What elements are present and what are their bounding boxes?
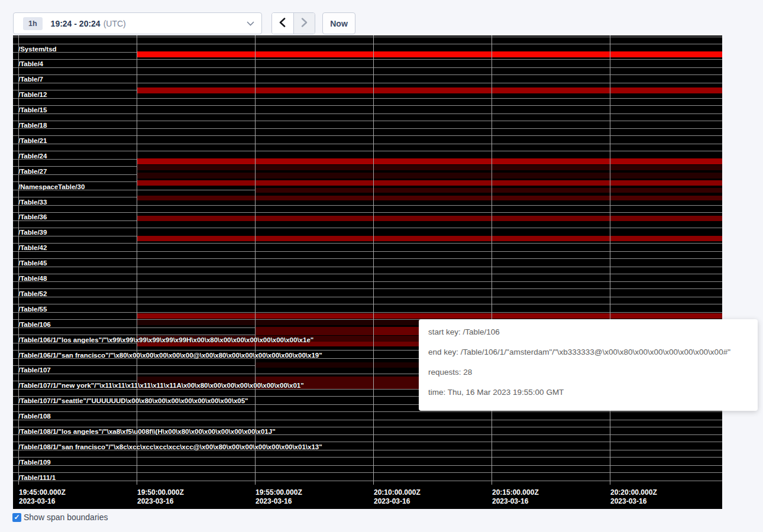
heat-band bbox=[137, 236, 722, 241]
span-boundary-line bbox=[13, 74, 722, 75]
span-boundary-line bbox=[13, 267, 722, 267]
span-boundary-line bbox=[13, 151, 722, 151]
span-boundary-line bbox=[13, 59, 722, 60]
row-label: /Table/108/1/"los angeles"/"\xa8\xf5\u00… bbox=[18, 427, 276, 436]
span-boundary-line bbox=[13, 481, 722, 481]
previous-range-button[interactable] bbox=[272, 13, 293, 34]
row-label: /NamespaceTable/30 bbox=[18, 183, 85, 191]
show-span-boundaries-control[interactable]: ✓ Show span boundaries bbox=[12, 512, 108, 522]
next-range-button[interactable] bbox=[293, 13, 315, 34]
time-grid-line bbox=[373, 35, 374, 489]
row-label: /Table/18 bbox=[18, 121, 47, 129]
tooltip-end-key: end key: /Table/106/1/"amsterdam"/"\xb33… bbox=[428, 347, 748, 358]
axis-tick-label: 20:15:00.000Z2023-03-16 bbox=[492, 488, 539, 505]
span-boundary-line bbox=[13, 465, 722, 466]
span-boundary-line bbox=[13, 205, 722, 206]
span-boundary-line bbox=[13, 128, 722, 129]
row-label: /System/tsd bbox=[18, 45, 57, 53]
toolbar: 1h 19:24 - 20:24 (UTC) Now bbox=[0, 0, 763, 35]
span-boundary-line bbox=[13, 121, 722, 121]
now-button[interactable]: Now bbox=[322, 12, 355, 34]
heat-band bbox=[137, 173, 722, 179]
row-label: /Table/106 bbox=[18, 320, 51, 329]
span-boundary-line bbox=[13, 304, 722, 304]
span-boundary-line bbox=[13, 258, 722, 259]
time-grid-line bbox=[255, 35, 256, 489]
row-label: /Table/106/1/"los angeles"/"\x99\x99\x99… bbox=[18, 336, 313, 344]
span-boundary-line bbox=[13, 243, 722, 244]
span-boundary-line bbox=[13, 472, 722, 473]
heat-band bbox=[137, 216, 722, 221]
row-label: /Table/107/1/"new york"/"\x11\x11\x11\x1… bbox=[18, 381, 304, 390]
row-label: /Table/7 bbox=[18, 75, 43, 83]
row-label: /Table/39 bbox=[18, 228, 47, 236]
span-boundary-line bbox=[13, 281, 722, 282]
row-label: /Table/109 bbox=[18, 458, 51, 466]
row-label: /Table/108 bbox=[18, 412, 51, 420]
span-boundary-line bbox=[13, 288, 722, 289]
heat-band bbox=[137, 180, 722, 186]
row-label: /Table/45 bbox=[18, 259, 47, 267]
span-boundary-line bbox=[13, 297, 722, 297]
chevron-right-icon bbox=[301, 18, 308, 29]
span-boundary-line bbox=[13, 37, 722, 37]
span-boundary-line bbox=[13, 83, 722, 83]
row-label: /Table/106/1/"san francisco"/"\x80\x00\x… bbox=[18, 351, 322, 359]
row-label: /Table/15 bbox=[18, 106, 47, 114]
axis-tick-label: 20:10:00.000Z2023-03-16 bbox=[374, 488, 421, 505]
time-grid-line bbox=[492, 35, 492, 489]
row-label: /Table/55 bbox=[18, 305, 47, 313]
range-duration-badge: 1h bbox=[23, 17, 43, 30]
time-axis: 19:45:00.000Z2023-03-1619:50:00.000Z2023… bbox=[13, 485, 722, 509]
row-label: /Table/36 bbox=[18, 213, 47, 221]
span-boundary-line bbox=[13, 411, 722, 412]
time-grid-line bbox=[137, 35, 137, 489]
span-boundary-line bbox=[13, 457, 722, 458]
heat-band bbox=[137, 87, 722, 93]
row-label: /Table/52 bbox=[18, 290, 47, 298]
span-boundary-line bbox=[13, 135, 722, 136]
row-label: /Table/27 bbox=[18, 167, 47, 176]
time-nav-group bbox=[271, 12, 315, 34]
span-boundary-line bbox=[13, 98, 722, 99]
key-visualizer-canvas[interactable]: /System/tsd/Table/4/Table/7/Table/12/Tab… bbox=[13, 35, 722, 509]
show-span-boundaries-checkbox[interactable]: ✓ bbox=[12, 513, 21, 522]
heat-band bbox=[137, 51, 722, 57]
row-label: /Table/48 bbox=[18, 274, 47, 283]
heat-band bbox=[137, 165, 722, 170]
heat-band bbox=[137, 158, 722, 164]
row-label: /Table/21 bbox=[18, 137, 47, 145]
row-label: /Table/107 bbox=[18, 366, 51, 374]
span-boundary-line bbox=[13, 420, 722, 420]
span-boundary-line bbox=[13, 144, 722, 144]
span-boundary-line bbox=[13, 105, 722, 106]
axis-tick-label: 19:55:00.000Z2023-03-16 bbox=[256, 488, 302, 505]
range-text: 19:24 - 20:24 bbox=[51, 19, 101, 28]
heat-band bbox=[137, 313, 722, 319]
row-label: /Table/107/1/"seattle"/"UUUUUUD\x00\x80\… bbox=[18, 397, 248, 405]
tooltip-requests: requests: 28 bbox=[428, 367, 748, 378]
axis-tick-label: 19:45:00.000Z2023-03-16 bbox=[19, 488, 66, 505]
row-label: /Table/24 bbox=[18, 152, 47, 160]
axis-tick-label: 19:50:00.000Z2023-03-16 bbox=[137, 488, 184, 505]
row-label: /Table/42 bbox=[18, 244, 47, 252]
heat-band bbox=[137, 196, 722, 200]
span-boundary-line bbox=[13, 113, 722, 114]
row-label: /Table/111/1 bbox=[18, 473, 56, 482]
span-boundary-line bbox=[13, 228, 722, 228]
cell-tooltip: start key: /Table/106 end key: /Table/10… bbox=[419, 319, 758, 411]
axis-tick-label: 20:20:00.000Z2023-03-16 bbox=[610, 488, 657, 505]
show-span-boundaries-label: Show span boundaries bbox=[24, 512, 108, 522]
span-boundary-line bbox=[13, 44, 722, 44]
span-boundary-line bbox=[13, 67, 722, 68]
span-boundary-line bbox=[13, 212, 722, 213]
heat-band bbox=[255, 188, 722, 193]
time-grid-line bbox=[610, 35, 610, 489]
range-timezone: (UTC) bbox=[104, 19, 126, 28]
row-label: /Table/108/1/"san francisco"/"\x8c\xcc\x… bbox=[18, 443, 322, 451]
row-label: /Table/33 bbox=[18, 198, 47, 206]
chevron-down-icon bbox=[247, 21, 254, 26]
time-range-selector[interactable]: 1h 19:24 - 20:24 (UTC) bbox=[13, 12, 262, 34]
tooltip-start-key: start key: /Table/106 bbox=[428, 327, 748, 338]
tooltip-time: time: Thu, 16 Mar 2023 19:55:00 GMT bbox=[428, 387, 748, 398]
